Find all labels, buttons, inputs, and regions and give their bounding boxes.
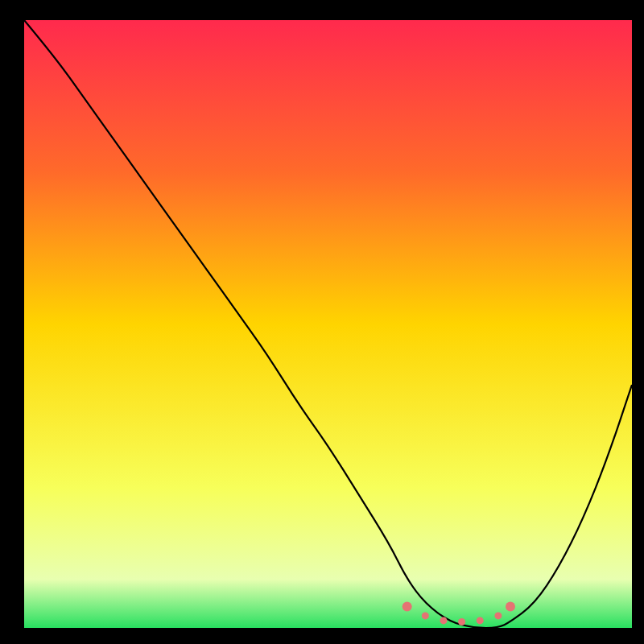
gradient-background xyxy=(24,20,632,628)
optimum-marker xyxy=(458,618,465,625)
bottleneck-chart xyxy=(24,20,632,628)
plot-area xyxy=(24,20,632,628)
chart-frame xyxy=(12,20,632,640)
optimum-marker xyxy=(402,602,412,612)
optimum-marker xyxy=(477,617,484,624)
optimum-marker xyxy=(494,612,502,619)
optimum-marker xyxy=(422,612,429,619)
optimum-marker xyxy=(440,617,447,624)
optimum-marker xyxy=(506,602,515,612)
